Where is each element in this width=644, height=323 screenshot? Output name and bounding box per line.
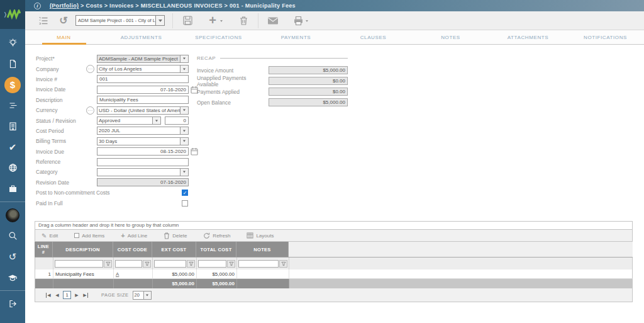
first-page-button[interactable]: ◀ <box>44 291 53 300</box>
category-select[interactable] <box>97 168 189 176</box>
paid-in-full-checkbox[interactable] <box>182 200 188 207</box>
delete-trash-icon[interactable] <box>236 14 250 28</box>
chevron-down-icon[interactable] <box>180 106 189 115</box>
column-header-notes[interactable]: NOTES <box>236 242 289 258</box>
app-logo[interactable]: 〉 <box>0 0 25 29</box>
tab-notifications[interactable]: NOTIFICATIONS <box>567 30 644 44</box>
next-page-button[interactable]: ▶ <box>72 291 81 300</box>
layout-grid-icon <box>247 232 253 239</box>
globe-icon[interactable] <box>0 157 25 178</box>
status-select[interactable]: Approved <box>97 116 161 125</box>
add-menu-caret-icon[interactable] <box>219 16 225 26</box>
building-icon[interactable] <box>0 116 25 137</box>
ideas-bulb-icon[interactable] <box>0 33 25 54</box>
education-cap-icon[interactable] <box>0 267 25 288</box>
cost-code-filter-input[interactable] <box>115 260 142 268</box>
tab-attachments[interactable]: ATTACHMENTS <box>489 30 567 44</box>
project-selector-dropdown[interactable]: ADM Sample Project - 001 - City of L <box>75 15 165 26</box>
chevron-down-icon[interactable] <box>144 291 152 300</box>
post-noncommitment-checkbox[interactable]: ✓ <box>182 190 188 196</box>
project-select[interactable]: ADMSample - ADM Sample Project <box>97 55 189 63</box>
print-icon[interactable] <box>291 14 305 28</box>
checkmark-icon[interactable]: ✔ <box>0 137 25 157</box>
currency-lookup-icon[interactable]: ··· <box>86 106 94 115</box>
chevron-down-icon[interactable] <box>156 15 165 26</box>
currency-select[interactable]: USD - Dollar (United States of Ameri <box>97 106 189 115</box>
column-header-line[interactable]: LINE # <box>35 242 53 258</box>
billing-terms-select[interactable]: 30 Days <box>97 137 189 145</box>
ext-cost-filter-input[interactable] <box>154 260 186 268</box>
tab-notes[interactable]: NOTES <box>412 30 489 44</box>
company-select[interactable]: City of Los Angeles <box>97 65 189 73</box>
column-header-cost-code[interactable]: COST CODE <box>113 242 152 258</box>
column-header-ext-cost[interactable]: EXT COST <box>152 242 196 258</box>
company-lookup-icon[interactable]: ··· <box>86 65 94 73</box>
last-page-button[interactable]: ▶ <box>81 291 90 300</box>
tab-specifications[interactable]: SPECIFICATIONS <box>180 30 257 44</box>
group-by-panel[interactable]: Drag a column header and drop it here to… <box>35 221 633 230</box>
project-label: Project* <box>36 55 97 62</box>
breadcrumb-portfolio-link[interactable]: (Portfolio) <box>50 3 79 9</box>
invoice-due-input[interactable] <box>97 147 189 156</box>
chevron-down-icon[interactable] <box>180 55 189 63</box>
payments-applied-value: $0.00 <box>269 88 348 96</box>
notes-filter-input[interactable] <box>238 260 279 268</box>
info-icon[interactable]: i <box>34 3 41 9</box>
chevron-down-icon[interactable] <box>153 116 161 125</box>
search-icon[interactable] <box>0 225 25 246</box>
edit-button[interactable]: ✎Edit <box>42 232 58 239</box>
chevron-down-icon[interactable] <box>180 168 189 176</box>
cell-ext-cost: $5,000.00 <box>153 269 197 278</box>
header-filler <box>289 242 633 258</box>
document-icon[interactable] <box>0 54 25 74</box>
cost-period-select[interactable]: 2020 JUL <box>97 127 189 135</box>
delete-button[interactable]: Delete <box>164 232 187 239</box>
reference-input[interactable] <box>97 158 189 166</box>
add-icon[interactable]: + <box>206 14 219 28</box>
chevron-down-icon[interactable] <box>180 127 189 135</box>
logout-icon[interactable] <box>0 293 25 314</box>
description-filter-input[interactable] <box>55 260 103 268</box>
column-header-total-cost[interactable]: TOTAL COST <box>196 242 236 258</box>
filter-funnel-icon[interactable] <box>187 260 195 268</box>
mail-envelope-icon[interactable] <box>266 14 280 28</box>
briefcase-icon[interactable] <box>0 178 25 199</box>
page-size-select[interactable]: 20 <box>133 291 152 300</box>
category-value <box>97 168 180 176</box>
chevron-down-icon[interactable] <box>180 65 189 73</box>
column-header-description[interactable]: DESCRIPTION <box>53 242 113 258</box>
tab-payments[interactable]: PAYMENTS <box>257 30 335 44</box>
filter-funnel-icon[interactable] <box>143 260 151 268</box>
invoice-number-input[interactable] <box>97 75 189 83</box>
user-avatar[interactable] <box>0 205 25 225</box>
tab-clauses[interactable]: CLAUSES <box>335 30 412 44</box>
cost-code-link[interactable]: A <box>116 271 119 277</box>
previous-page-button[interactable]: ◀ <box>53 291 62 300</box>
field-reference: Reference <box>36 157 189 167</box>
description-input[interactable] <box>97 96 189 104</box>
chevron-down-icon[interactable] <box>180 137 189 145</box>
total-cost-filter-input[interactable] <box>198 260 226 268</box>
history-icon[interactable]: ↺ <box>57 14 70 28</box>
save-icon[interactable] <box>180 14 194 28</box>
add-items-button[interactable]: Add Items <box>74 233 104 239</box>
refresh-button[interactable]: Refresh <box>203 232 230 239</box>
calendar-icon[interactable] <box>191 147 198 156</box>
current-page-indicator[interactable]: 1 <box>63 291 71 299</box>
filter-funnel-icon[interactable] <box>227 260 235 268</box>
tab-main[interactable]: MAIN <box>25 30 103 44</box>
filter-funnel-icon[interactable] <box>104 260 112 268</box>
layouts-button[interactable]: Layouts <box>247 232 274 239</box>
numbered-list-icon[interactable] <box>36 14 50 28</box>
table-row[interactable]: 1 Municipality Fees A $5,000.00 $5,000.0… <box>35 269 633 279</box>
tab-adjustments[interactable]: ADJUSTMENTS <box>103 30 180 44</box>
print-menu-caret-icon[interactable] <box>305 16 311 26</box>
history-icon[interactable]: ↺ <box>0 246 25 267</box>
revision-input[interactable] <box>165 116 189 125</box>
costs-dollar-icon[interactable]: $ <box>0 74 25 95</box>
add-line-button[interactable]: +Add Line <box>121 232 147 239</box>
invoice-date-input[interactable] <box>97 86 189 94</box>
list-bars-icon[interactable] <box>0 95 25 116</box>
app-window: 〉 $ ✔ <box>0 0 644 323</box>
filter-funnel-icon[interactable] <box>279 260 287 268</box>
